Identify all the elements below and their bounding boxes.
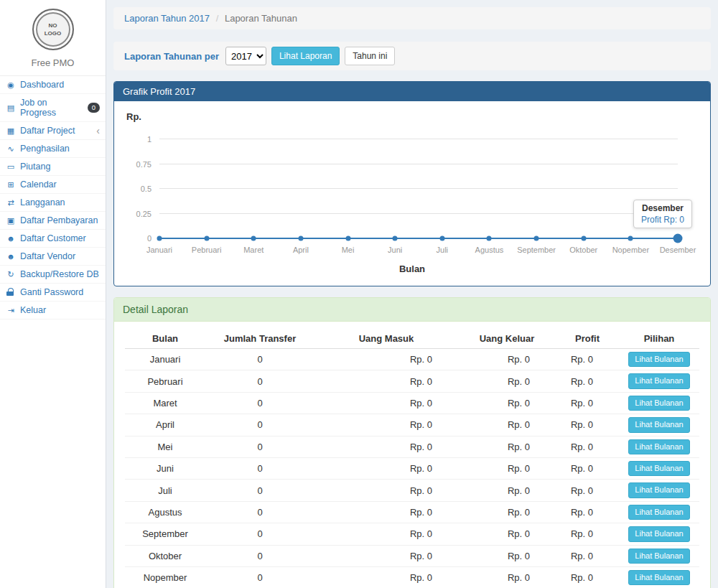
table-row-maret: Maret0Rp. 0Rp. 0Rp. 0Lihat Bulanan — [125, 392, 699, 414]
sidebar-item-label: Daftar Customer — [20, 233, 86, 243]
chart-point-april[interactable] — [298, 236, 303, 241]
cell-jumlah-transfer: 0 — [205, 523, 314, 545]
detail-table-head: BulanJumlah TransferUang MasukUang Kelua… — [125, 329, 699, 349]
app: NO LOGO Free PMO ◉Dashboard▤Job on Progr… — [0, 0, 718, 588]
x-tick-label: Pebruari — [192, 246, 222, 254]
cell-uang-masuk: Rp. 0 — [314, 523, 458, 545]
x-tick-label: April — [293, 246, 309, 254]
gridline: 0.5 — [159, 188, 678, 189]
cell-jumlah-transfer: 0 — [205, 501, 314, 523]
cell-jumlah-transfer: 0 — [205, 349, 314, 370]
lihat-bulanan-button[interactable]: Lihat Bulanan — [628, 373, 689, 388]
cell-uang-keluar: Rp. 0 — [458, 566, 556, 588]
table-row-agustus: Agustus0Rp. 0Rp. 0Rp. 0Lihat Bulanan — [125, 501, 699, 523]
table-row-juli: Juli0Rp. 0Rp. 0Rp. 0Lihat Bulanan — [125, 480, 699, 501]
year-select[interactable]: 2017 — [225, 47, 266, 65]
chart-point-nopember[interactable] — [628, 236, 633, 241]
detail-panel-header: Detail Laporan — [114, 298, 710, 322]
chart-point-juni[interactable] — [393, 236, 398, 241]
tooltip-title: Desember — [641, 203, 684, 213]
chart-point-pebruari[interactable] — [204, 236, 209, 241]
cell-profit: Rp. 0 — [556, 566, 619, 588]
chart-point-september[interactable] — [534, 236, 539, 241]
detail-table-head-row: BulanJumlah TransferUang MasukUang Kelua… — [125, 329, 699, 349]
cell-uang-keluar: Rp. 0 — [458, 501, 556, 523]
column-header-profit: Profit — [556, 329, 619, 349]
breadcrumb-current: Laporan Tahunan — [225, 13, 297, 24]
lihat-bulanan-button[interactable]: Lihat Bulanan — [628, 461, 689, 476]
chart-point-agustus[interactable] — [487, 236, 492, 241]
sidebar-item-dashboard[interactable]: ◉Dashboard — [0, 76, 106, 94]
sidebar-item-label: Piutang — [20, 162, 50, 172]
table-row-oktober: Oktober0Rp. 0Rp. 0Rp. 0Lihat Bulanan — [125, 545, 699, 566]
sidebar-item-daftar-project[interactable]: ▦Daftar Project‹ — [0, 122, 106, 140]
column-header-uang-masuk: Uang Masuk — [314, 329, 458, 349]
column-header-uang-keluar: Uang Keluar — [458, 329, 556, 349]
sidebar-item-penghasilan[interactable]: ∿Penghasilan — [0, 140, 106, 158]
users-icon: ☻ — [6, 252, 16, 261]
sidebar-item-keluar[interactable]: ⇥Keluar — [0, 302, 106, 319]
brand-name: Free PMO — [0, 57, 106, 68]
lihat-bulanan-button[interactable]: Lihat Bulanan — [628, 549, 689, 564]
cell-bulan: April — [125, 414, 205, 436]
chart-point-juli[interactable] — [439, 236, 444, 241]
cell-uang-masuk: Rp. 0 — [314, 545, 458, 566]
x-tick-label: Oktober — [569, 246, 597, 254]
sidebar-item-daftar-customer[interactable]: ☻Daftar Customer — [0, 230, 106, 248]
sidebar-item-piutang[interactable]: ▭Piutang — [0, 158, 106, 176]
sign-out-icon: ⇥ — [6, 306, 16, 315]
cell-profit: Rp. 0 — [556, 545, 619, 566]
payment-icon: ▣ — [6, 216, 16, 225]
chart-point-maret[interactable] — [251, 236, 256, 241]
sidebar-item-backup-restore-db[interactable]: ↻Backup/Restore DB — [0, 266, 106, 284]
cell-uang-masuk: Rp. 0 — [314, 370, 458, 392]
cell-jumlah-transfer: 0 — [205, 370, 314, 392]
sidebar-item-daftar-pembayaran[interactable]: ▣Daftar Pembayaran — [0, 212, 106, 230]
tooltip-value: Profit Rp: 0 — [641, 215, 684, 225]
x-tick-label: Nopember — [612, 246, 649, 254]
cell-pilihan: Lihat Bulanan — [619, 349, 699, 370]
lihat-bulanan-button[interactable]: Lihat Bulanan — [628, 505, 689, 520]
y-tick-label: 0.25 — [136, 210, 159, 218]
cell-jumlah-transfer: 0 — [205, 566, 314, 588]
profit-chart-panel: Grafik Profit 2017 Rp. Desember Profit R… — [113, 81, 711, 286]
lihat-bulanan-button[interactable]: Lihat Bulanan — [628, 417, 689, 432]
x-tick-label: Agustus — [475, 246, 504, 254]
sidebar-item-label: Daftar Pembayaran — [20, 215, 98, 225]
line-chart-icon: ∿ — [6, 144, 16, 154]
sidebar-item-daftar-vendor[interactable]: ☻Daftar Vendor — [0, 248, 106, 266]
chart-point-mei[interactable] — [345, 236, 350, 241]
cell-profit: Rp. 0 — [556, 436, 619, 457]
breadcrumb-link-laporan-tahun[interactable]: Laporan Tahun 2017 — [124, 13, 210, 24]
sidebar-item-calendar[interactable]: ⊞Calendar — [0, 176, 106, 194]
sidebar-item-langganan[interactable]: ⇄Langganan — [0, 194, 106, 212]
cell-jumlah-transfer: 0 — [205, 414, 314, 436]
sidebar-item-ganti-password[interactable]: Ganti Password — [0, 284, 106, 302]
lihat-bulanan-button[interactable]: Lihat Bulanan — [628, 570, 689, 585]
chart-point-oktober[interactable] — [581, 236, 586, 241]
no-logo-badge: NO LOGO — [32, 9, 74, 50]
tahun-ini-button[interactable]: Tahun ini — [345, 47, 395, 65]
chart-point-januari[interactable] — [157, 236, 162, 241]
cell-uang-keluar: Rp. 0 — [458, 436, 556, 457]
lihat-laporan-button[interactable]: Lihat Laporan — [271, 47, 340, 65]
table-icon: ▦ — [6, 126, 16, 136]
chevron-left-icon: ‹ — [96, 126, 100, 136]
users-icon: ☻ — [6, 234, 16, 243]
lihat-bulanan-button[interactable]: Lihat Bulanan — [628, 526, 689, 541]
chart-point-desember[interactable] — [673, 234, 683, 243]
lihat-bulanan-button[interactable]: Lihat Bulanan — [628, 352, 689, 367]
cell-uang-masuk: Rp. 0 — [314, 349, 458, 370]
x-tick-label: Juli — [437, 246, 449, 254]
lihat-bulanan-button[interactable]: Lihat Bulanan — [628, 439, 689, 454]
sidebar-item-label: Penghasilan — [20, 144, 70, 154]
cell-uang-masuk: Rp. 0 — [314, 480, 458, 501]
lihat-bulanan-button[interactable]: Lihat Bulanan — [628, 482, 689, 498]
sidebar-item-label: Daftar Project — [20, 126, 75, 136]
sidebar-item-job-on-progress[interactable]: ▤Job on Progress0 — [0, 94, 106, 122]
lihat-bulanan-button[interactable]: Lihat Bulanan — [628, 396, 689, 411]
sidebar-item-label: Langganan — [20, 197, 65, 207]
sidebar: NO LOGO Free PMO ◉Dashboard▤Job on Progr… — [0, 0, 106, 588]
refresh-icon: ↻ — [6, 270, 16, 279]
brand: NO LOGO Free PMO — [0, 0, 106, 76]
